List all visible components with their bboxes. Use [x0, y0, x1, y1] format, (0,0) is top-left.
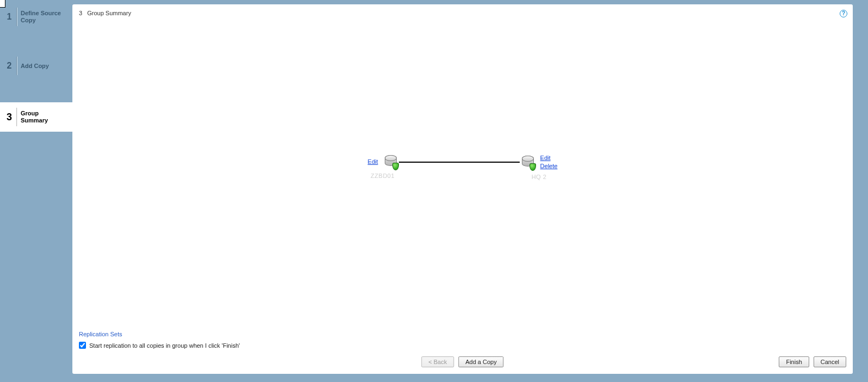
wizard-step-separator	[16, 108, 17, 126]
target-node: Edit Delete HQ 2	[521, 154, 558, 180]
target-node-label: HQ 2	[532, 174, 547, 180]
target-edit-link[interactable]: Edit	[540, 154, 558, 162]
connection-line	[399, 162, 520, 172]
source-edit-link[interactable]: Edit	[368, 158, 378, 166]
start-replication-label[interactable]: Start replication to all copies in group…	[89, 342, 240, 349]
database-icon	[384, 154, 398, 169]
bottom-area: Replication Sets Start replication to al…	[79, 331, 846, 367]
wizard-step-define-source-copy[interactable]: 1 Define Source Copy	[0, 4, 72, 29]
start-replication-row: Start replication to all copies in group…	[79, 342, 846, 349]
app-root: 1 Define Source Copy 2 Add Copy 3 Group …	[0, 0, 868, 382]
target-delete-link[interactable]: Delete	[540, 162, 558, 170]
wizard-step-number: 1	[3, 12, 15, 22]
finish-button[interactable]: Finish	[779, 356, 809, 367]
wizard-sidebar: 1 Define Source Copy 2 Add Copy 3 Group …	[0, 4, 72, 382]
shield-icon	[392, 163, 399, 170]
add-a-copy-button[interactable]: Add a Copy	[458, 356, 503, 367]
wizard-step-number: 2	[3, 61, 15, 71]
start-replication-checkbox[interactable]	[79, 342, 86, 349]
source-node: Edit ZZBD01	[368, 154, 398, 179]
topology-row: Edit ZZBD01	[368, 154, 558, 180]
back-button[interactable]: < Back	[421, 356, 454, 367]
page-title-number: 3	[79, 10, 82, 16]
source-node-label: ZZBD01	[371, 172, 395, 179]
page-title-text: Group Summary	[87, 10, 131, 16]
wizard-step-separator	[16, 57, 17, 75]
wizard-step-group-summary[interactable]: 3 Group Summary	[0, 102, 72, 132]
wizard-step-separator	[16, 8, 17, 26]
source-node-actions: Edit	[368, 158, 378, 166]
replication-sets-link[interactable]: Replication Sets	[79, 331, 122, 337]
topology-diagram: Edit ZZBD01	[72, 154, 853, 187]
cursor-artifact	[0, 0, 5, 8]
page-title: 3 Group Summary	[79, 10, 131, 16]
main-panel: 3 Group Summary ? Edit ZZBD01	[72, 4, 853, 374]
wizard-step-label: Add Copy	[21, 63, 49, 70]
wizard-step-label: Define Source Copy	[21, 10, 66, 24]
database-icon	[521, 155, 535, 170]
cancel-button[interactable]: Cancel	[814, 356, 846, 367]
wizard-step-add-copy[interactable]: 2 Add Copy	[0, 53, 72, 78]
help-icon[interactable]: ?	[840, 10, 847, 17]
target-node-actions: Edit Delete	[540, 154, 558, 170]
button-row: < Back Add a Copy Finish Cancel	[79, 356, 846, 367]
wizard-step-label: Group Summary	[21, 110, 66, 124]
wizard-step-number: 3	[3, 112, 15, 123]
shield-icon	[530, 163, 536, 171]
